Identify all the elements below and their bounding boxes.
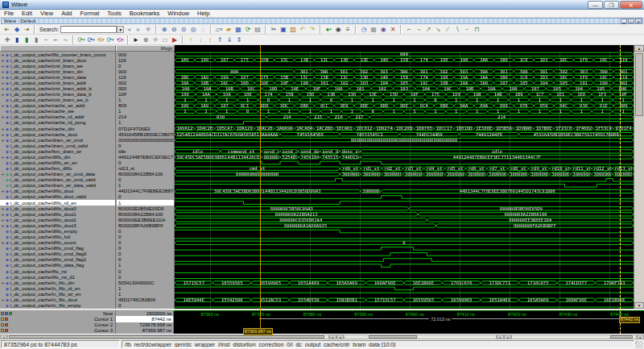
cursor-track[interactable]: 72.013 ns87442 ns — [174, 316, 644, 322]
signal-value[interactable]: 0 — [117, 240, 174, 246]
waveform-area[interactable] — [175, 52, 634, 309]
previous-marker-icon[interactable]: ⇤ — [2, 25, 12, 34]
signal-row[interactable]: ◆i_dc_output_cache/dfifo_cmd_flag0 — [0, 251, 115, 257]
expander-icon[interactable]: + — [0, 69, 6, 74]
menu-file[interactable]: File — [0, 10, 18, 17]
cursor-name-cell[interactable]: Now — [0, 310, 116, 316]
signal-value[interactable]: 0 — [117, 274, 174, 280]
signal-row[interactable]: ◆i_dc_output_cache/cache_rd_pong — [0, 120, 115, 126]
find-any-edge-icon[interactable]: ↕ — [205, 35, 215, 44]
search-reverse-icon[interactable]: ◂ — [124, 25, 134, 34]
signal-value[interactable]: 1 — [117, 200, 174, 206]
expander-icon[interactable]: + — [0, 127, 6, 131]
cursor-name-cell[interactable]: Cursor 1 — [0, 316, 116, 322]
signal-row[interactable]: +◆i_dc_output_cache/cntr_bram_data_b — [0, 92, 115, 98]
find-falling-edge-icon[interactable]: ↓ — [196, 35, 205, 44]
search-forward-icon[interactable]: ▸ — [134, 25, 143, 34]
signal-value[interactable]: 45D1745C81B06 — [117, 297, 174, 302]
cut-icon[interactable]: ✂ — [269, 25, 279, 34]
cursor1-flag[interactable]: 87442 ns — [619, 317, 641, 324]
edge-rise-icon[interactable]: ⌐ — [51, 35, 60, 44]
new-document-icon-dropdown[interactable]: ▾ — [221, 27, 223, 31]
signal-value[interactable]: 000 — [117, 69, 174, 74]
find-icon[interactable]: ◉ — [333, 25, 343, 34]
signal-row[interactable]: ◆i_dc_output_cache/dfifo_data_flag — [0, 263, 115, 268]
signal-value[interactable]: 505413049000C — [117, 280, 174, 285]
signal-row[interactable]: +◆i_dc_output_cache/cntr_bram_addr — [0, 80, 115, 85]
time-clock-icon[interactable]: ◷ — [359, 25, 369, 34]
signal-row[interactable]: +◆i_dc_output_cache/in_fifo_din — [0, 280, 115, 285]
print-icon[interactable]: ▤ — [253, 25, 262, 34]
run-icon-dropdown[interactable]: ▾ — [329, 27, 332, 31]
expander-icon[interactable]: + — [0, 223, 6, 228]
signal-row[interactable]: +◆i_dc_output_cache/dfifo_dout1 — [0, 211, 115, 217]
expander-icon[interactable]: + — [0, 280, 6, 285]
signal-row[interactable]: ◆i_dc_output_cache/in_fifo_empty — [0, 302, 115, 308]
expander-icon[interactable]: + — [0, 75, 6, 80]
signal-row[interactable]: +◆i_dc_output_cache/dfifo_dout0 — [0, 206, 115, 211]
signal-value[interactable]: 00000000000000000000000000000000 — [117, 137, 174, 143]
cursor-value[interactable]: 1500000 ns — [116, 310, 174, 316]
msgs-column-header[interactable]: Msgs — [116, 45, 175, 52]
signal-row[interactable]: +◆i_dc_output_cache/dfifo_dout — [0, 189, 115, 194]
rise-jump-icon[interactable]: ↗ — [423, 25, 433, 34]
zoom-out-icon[interactable]: ⊖ — [169, 25, 179, 34]
maximize-button[interactable]: ❐ — [604, 1, 619, 9]
expander-icon[interactable]: + — [0, 155, 6, 160]
search-input[interactable] — [60, 26, 117, 33]
rerun-icon-dropdown[interactable]: ▾ — [102, 37, 105, 42]
expander-icon[interactable]: + — [0, 212, 6, 217]
signal-value[interactable]: 0 — [117, 194, 174, 200]
signal-value[interactable]: 119 — [117, 74, 174, 80]
signal-value[interactable]: 1 — [117, 120, 174, 126]
signal-row[interactable]: ◆i_dc_output_cache/dfifo_cmd_flag1 — [0, 257, 115, 263]
format-analog-icon[interactable]: ~ — [41, 35, 51, 44]
zoom-in-icon[interactable]: ⊕ — [159, 25, 169, 34]
signal-value[interactable]: 0 — [117, 177, 174, 183]
expander-icon[interactable]: + — [0, 218, 6, 222]
slope-down-icon[interactable]: ∖ — [452, 25, 462, 34]
restart-icon[interactable]: ⟳▾ — [86, 35, 96, 44]
cursor-name-cell[interactable]: Cursor 2 — [0, 322, 116, 328]
open-folder-icon[interactable]: ▰ — [224, 25, 233, 34]
signal-value[interactable]: 0 — [117, 257, 174, 263]
cursor-tool-icon[interactable] — [9, 312, 12, 315]
expander-icon[interactable]: + — [0, 206, 6, 211]
select-cursor-icon[interactable]: ✛ — [2, 35, 12, 44]
expander-icon[interactable]: + — [0, 103, 6, 108]
zoom-cursor-icon[interactable]: ◎ — [188, 25, 198, 34]
cursor-tool-icon[interactable] — [1, 312, 4, 315]
expander-icon[interactable]: + — [0, 240, 6, 245]
signal-row[interactable]: +◆i_dc_output_cache/cache_din — [0, 126, 115, 131]
cursor3-flag[interactable]: 87369.987 ns — [243, 328, 273, 335]
signal-row[interactable]: +◆i_dc_output_cache/cntr_bram_dout — [0, 57, 115, 63]
wave-square-icon[interactable]: ⊓ — [472, 25, 481, 34]
horizontal-scrollbar[interactable]: ◂ ▸ ◂ ▸ ◂ ▸ — [0, 334, 644, 339]
signal-row[interactable]: +◆i_dc_output_cache/dfifo_count — [0, 240, 115, 246]
signal-row[interactable]: +◆i_dc_output_cache/dram_wr_cmd — [0, 137, 115, 143]
cursor-tool-icon[interactable] — [5, 329, 8, 332]
close-pane-icon[interactable]: ✕ — [635, 19, 642, 23]
signal-value[interactable]: 0 — [117, 302, 174, 308]
signal-row[interactable]: ◆i_dc_output_cache/dfifo_rd_en — [0, 200, 115, 206]
find-signal-icon[interactable]: ◉ — [378, 25, 388, 34]
waveform-canvas[interactable] — [175, 52, 634, 309]
signal-row[interactable]: ◆i_dc_output_cache/cntr_bram_we_b — [0, 98, 115, 103]
vertical-scroll-thumb[interactable] — [635, 53, 643, 116]
signal-row[interactable]: +◆i_dc_output_cache/cache_wr_addr — [0, 103, 115, 109]
find-rising-edge-icon[interactable]: ↑ — [186, 35, 196, 44]
signal-row[interactable]: +◆i_dc_output_cache/in_fifo_dout — [0, 297, 115, 302]
menu-help[interactable]: Help — [193, 10, 213, 17]
signal-row[interactable]: ◆i_dc_output_cache/fifo_rst — [0, 268, 115, 274]
signal-value[interactable]: 000 — [117, 52, 174, 57]
signal-value[interactable]: 1 — [117, 291, 174, 297]
signal-row[interactable]: +◆i_dc_output_cache/dfifo_dout2 — [0, 217, 115, 222]
break-icon-dropdown[interactable]: ▾ — [122, 37, 124, 42]
cursor-row[interactable]: Cursor 2729678.698 ns — [0, 322, 644, 328]
next-marker-icon[interactable]: ⇥ — [22, 25, 31, 34]
names-scroll-thumb[interactable] — [9, 335, 324, 339]
signal-value[interactable]: 800000E0B56E05D9 — [117, 206, 174, 211]
edge-fall-icon[interactable]: ¬ — [60, 35, 70, 44]
undock-icon[interactable]: □ — [628, 19, 634, 23]
minimize-button[interactable]: — — [588, 1, 603, 9]
